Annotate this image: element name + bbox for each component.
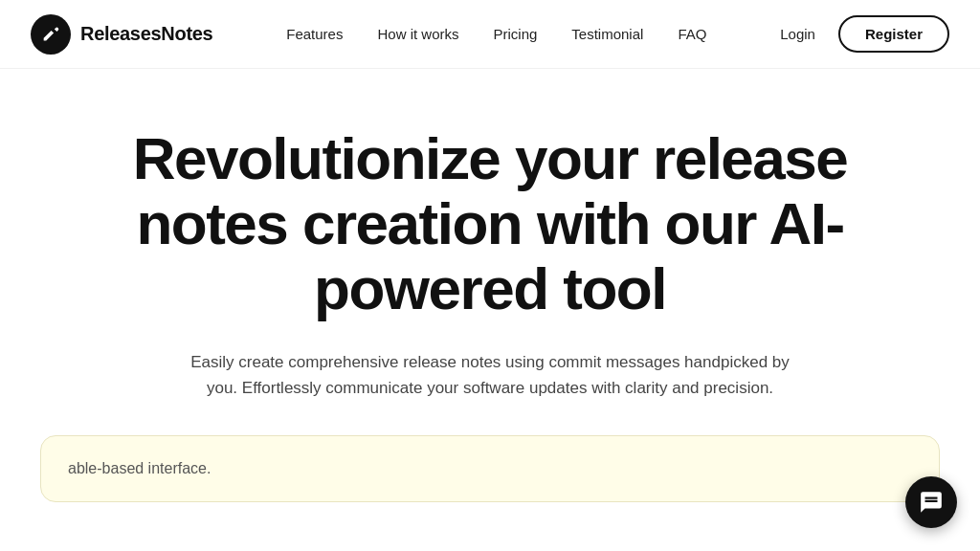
register-button[interactable]: Register bbox=[838, 15, 949, 53]
preview-text: able-based interface. bbox=[68, 460, 211, 477]
preview-card: able-based interface. bbox=[40, 435, 940, 502]
nav-links: Features How it works Pricing Testimonia… bbox=[286, 26, 706, 42]
brand: ReleasesNotes bbox=[31, 14, 212, 55]
hero-title: Revolutionize your release notes creatio… bbox=[98, 126, 882, 322]
navbar: ReleasesNotes Features How it works Pric… bbox=[0, 0, 980, 69]
logo-icon bbox=[31, 14, 71, 55]
chat-button[interactable] bbox=[905, 476, 957, 528]
login-button[interactable]: Login bbox=[780, 26, 815, 42]
nav-actions: Login Register bbox=[780, 15, 949, 53]
nav-pricing[interactable]: Pricing bbox=[493, 26, 537, 42]
nav-testimonial[interactable]: Testimonial bbox=[571, 26, 643, 42]
nav-how-it-works[interactable]: How it works bbox=[377, 26, 458, 42]
nav-faq[interactable]: FAQ bbox=[678, 26, 706, 42]
hero-subtitle: Easily create comprehensive release note… bbox=[184, 349, 796, 401]
hero-section: Revolutionize your release notes creatio… bbox=[0, 69, 980, 502]
brand-name: ReleasesNotes bbox=[80, 23, 212, 45]
nav-features[interactable]: Features bbox=[286, 26, 343, 42]
